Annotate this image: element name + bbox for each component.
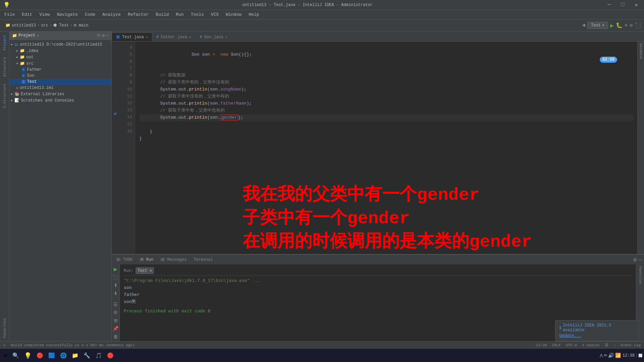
code-gutter: ↺ (112, 42, 118, 254)
run-config-dropdown-icon[interactable]: ▾ (602, 23, 604, 28)
bottom-tab-todo[interactable]: 6 TODO (113, 256, 135, 263)
taskbar-clock[interactable]: 12:38 (623, 353, 635, 358)
run-pin-button[interactable]: 📌 (112, 325, 119, 332)
debug-button[interactable]: 🐛 (616, 22, 623, 29)
bottom-tab-terminal[interactable]: Terminal (191, 256, 216, 263)
minimize-button[interactable]: ─ (605, 2, 613, 8)
tree-item-project[interactable]: ▸ 🗂 untitled13 D:\code-2021\untitled13 (9, 41, 111, 48)
coverage-button[interactable]: ☂ (625, 22, 628, 29)
menu-help[interactable]: Help (246, 11, 262, 18)
tree-item-out[interactable]: ▸ 📁 out (9, 54, 111, 60)
menu-refactor[interactable]: Refactor (125, 11, 151, 18)
tree-item-idea[interactable]: ▸ 📁 .idea (9, 48, 111, 54)
tree-item-father[interactable]: C Father (9, 67, 111, 73)
bottom-tab-run[interactable]: 4 Run (137, 256, 156, 263)
side-favorites-label[interactable]: Favorites (2, 316, 7, 340)
run-settings-button[interactable]: ⚙ (113, 309, 118, 316)
taskbar-game[interactable]: 🔴 (105, 351, 116, 360)
menu-run[interactable]: Run (173, 11, 186, 18)
run-scroll-down-button[interactable]: ⬇ (113, 290, 118, 297)
tab-father-label: Father.java (161, 35, 187, 40)
tree-item-son[interactable]: C Son (9, 73, 111, 79)
menu-tools[interactable]: Tools (188, 11, 207, 18)
collapse-icon[interactable]: ─ (106, 33, 109, 38)
menu-build[interactable]: Build (153, 11, 171, 18)
project-dropdown-icon[interactable]: ▾ (37, 33, 39, 38)
taskbar-app2[interactable]: 🟦 (46, 351, 57, 360)
titlebar-controls[interactable]: ─ □ ✕ (605, 2, 641, 8)
taskbar-jetbrains[interactable]: 💡 (22, 351, 34, 360)
side-structure-label[interactable]: Structure (2, 55, 7, 78)
menu-file[interactable]: File (2, 11, 17, 18)
tree-item-extlibs[interactable]: ▸ 📚 External Libraries (9, 91, 111, 97)
database-label[interactable]: Database (639, 43, 643, 59)
side-zstructure-label[interactable]: Z-Structure (2, 82, 7, 110)
tab-father-java[interactable]: C Father.java ✕ (152, 33, 196, 41)
indent[interactable]: 4 spaces (582, 343, 600, 347)
tab-father-close[interactable]: ✕ (189, 35, 191, 39)
tray-icon3[interactable]: 📶 (615, 353, 621, 358)
maximize-button[interactable]: □ (619, 2, 627, 8)
tree-item-src[interactable]: ▾ 📁 src (9, 60, 111, 67)
tree-item-test[interactable]: C Test (9, 79, 111, 85)
taskbar-tools[interactable]: 🔧 (82, 351, 92, 360)
encoding[interactable]: UTF-8 (566, 343, 577, 347)
run-filter-button[interactable]: ☰ (113, 301, 118, 308)
more-run-button[interactable]: ⚙ (630, 22, 633, 28)
nav-back-button[interactable]: ◄ (582, 22, 585, 28)
taskbar-explorer[interactable]: 📁 (70, 351, 80, 360)
tab-test-close[interactable]: ✕ (146, 35, 148, 39)
titlebar-left: 💡 (3, 2, 10, 8)
menu-window[interactable]: Window (223, 11, 244, 18)
run-panel-settings-button[interactable]: ⚙ (633, 257, 637, 262)
menu-code[interactable]: Code (82, 11, 98, 18)
event-log[interactable]: Event Log (621, 343, 641, 347)
tab-son-close[interactable]: ✕ (225, 35, 227, 39)
menu-edit[interactable]: Edit (19, 11, 35, 18)
menu-view[interactable]: View (37, 11, 52, 18)
code-line-13 (139, 121, 633, 128)
taskbar-browser[interactable]: 🌐 (58, 351, 69, 360)
close-button[interactable]: ✕ (632, 2, 641, 8)
side-project-label[interactable]: Project (2, 33, 7, 52)
tray-icon1[interactable]: ⌨ (604, 353, 607, 358)
favorites-label[interactable]: Favorites (638, 266, 642, 284)
start-button[interactable]: ⊞ (2, 352, 9, 359)
run-scroll-up-button[interactable]: ⬆ (113, 282, 118, 289)
sync-icon[interactable]: ⟳ (97, 33, 101, 38)
tree-item-scratches[interactable]: ▸ 📝 Scratches and Consoles (9, 97, 111, 104)
menu-vcs[interactable]: VCS (208, 11, 221, 18)
title-bar: 💡 untitled13 - Test.java - IntelliJ IDEA… (0, 0, 644, 10)
menu-navigate[interactable]: Navigate (54, 11, 80, 18)
run-button[interactable]: ▶ (610, 22, 614, 29)
tree-out-label: out (26, 55, 34, 60)
update-link[interactable]: Update... (559, 334, 581, 338)
stop-button[interactable]: ⬛ (635, 22, 641, 29)
run-panel-close-button[interactable]: ─ (639, 257, 642, 262)
run-cmd-output: "C:\Program Files\Java\jdk1.7.0_17\bin\j… (124, 277, 632, 284)
run-clear-button[interactable]: 🗑 (113, 333, 119, 340)
tree-iml-label: untitled13.iml (20, 85, 54, 90)
tree-item-iml[interactable]: ⚙ untitled13.iml (9, 85, 111, 91)
cursor-position[interactable]: 12:38 (536, 343, 547, 347)
run-layout-button[interactable]: ⊞ (113, 317, 118, 324)
code-editor[interactable]: ↺ 4 5 6 7 8 9 10 11 12 (112, 42, 644, 254)
run-test-badge[interactable]: Test ✕ (136, 267, 154, 274)
taskbar-media[interactable]: 🎵 (93, 351, 104, 360)
tray-icon2[interactable]: 🔊 (608, 353, 614, 358)
build-status-icon: ✔ (3, 343, 6, 347)
tray-up-icon[interactable]: ⋀ (600, 353, 603, 358)
taskbar-search[interactable]: 🔍 (10, 351, 21, 360)
settings-icon[interactable]: ⚙ (102, 33, 105, 38)
run-stop-button[interactable]: ⬛ (112, 274, 119, 281)
breadcrumb-project[interactable]: 📁 (5, 23, 10, 28)
run-config-selector[interactable]: Test ▾ (587, 22, 608, 29)
menu-analyze[interactable]: Analyze (100, 11, 123, 18)
tab-test-java[interactable]: C Test.java ✕ (112, 33, 152, 41)
show-desktop-button[interactable]: ⬜ (636, 354, 642, 358)
bottom-tab-messages[interactable]: 0 Messages (158, 256, 189, 263)
run-rerun-button[interactable]: ▶ (113, 266, 118, 273)
code-content[interactable]: Son son = new Son(){}; // 获取数据 // 获取子类中有… (135, 42, 637, 254)
tab-son-java[interactable]: C Son.java ✕ (196, 33, 232, 41)
taskbar-app1[interactable]: 🔴 (35, 351, 45, 360)
